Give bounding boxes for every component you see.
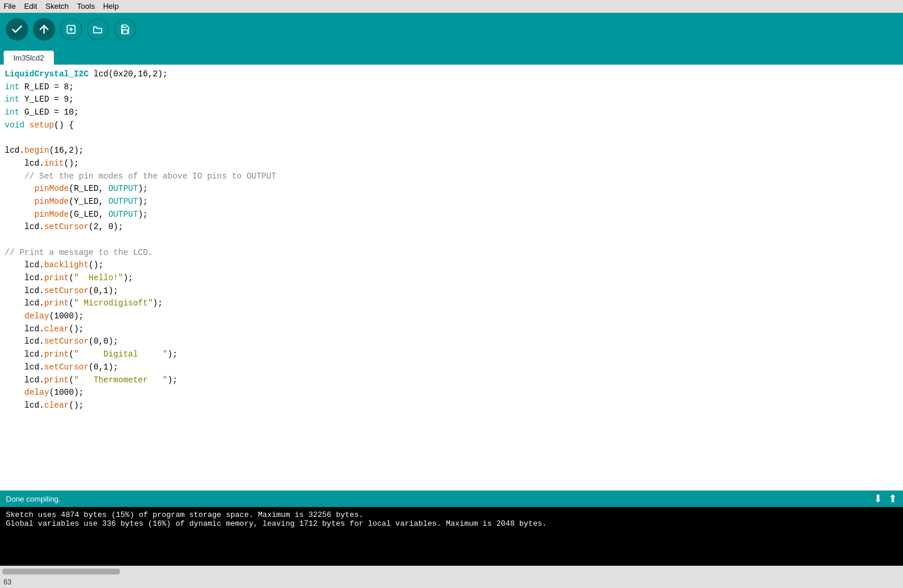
status-icon-1: ⬇: [874, 492, 882, 505]
console-output: Sketch uses 4874 bytes (15%) of program …: [0, 507, 903, 566]
menu-edit[interactable]: Edit: [24, 2, 37, 11]
new-button[interactable]: [60, 18, 82, 41]
code-editor[interactable]: LiquidCrystal_I2C lcd(0x20,16,2); int R_…: [0, 65, 903, 490]
line-number-bar: 63: [0, 576, 903, 588]
status-icon-2: ⬆: [888, 492, 897, 505]
menu-help[interactable]: Help: [103, 2, 119, 11]
console-line1: Sketch uses 4874 bytes (15%) of program …: [6, 510, 364, 519]
status-text: Done compiling.: [6, 495, 61, 503]
open-button[interactable]: [87, 18, 109, 41]
tabs-bar: lm35lcd2: [0, 46, 903, 65]
status-bar: Done compiling. ⬇ ⬆: [0, 490, 903, 507]
tab-lm35lcd2[interactable]: lm35lcd2: [4, 51, 54, 65]
horizontal-scrollbar[interactable]: [2, 569, 120, 574]
menu-bar: File Edit Sketch Tools Help: [0, 0, 903, 13]
console-line2: Global variables use 336 bytes (16%) of …: [6, 519, 547, 528]
verify-button[interactable]: [6, 18, 28, 41]
line-number: 63: [4, 578, 11, 586]
save-button[interactable]: [114, 18, 136, 41]
menu-sketch[interactable]: Sketch: [45, 2, 69, 11]
menu-file[interactable]: File: [4, 2, 16, 11]
menu-tools[interactable]: Tools: [77, 2, 95, 11]
toolbar: [0, 13, 903, 46]
horizontal-scrollbar-area: [0, 566, 903, 576]
upload-button[interactable]: [33, 18, 55, 41]
